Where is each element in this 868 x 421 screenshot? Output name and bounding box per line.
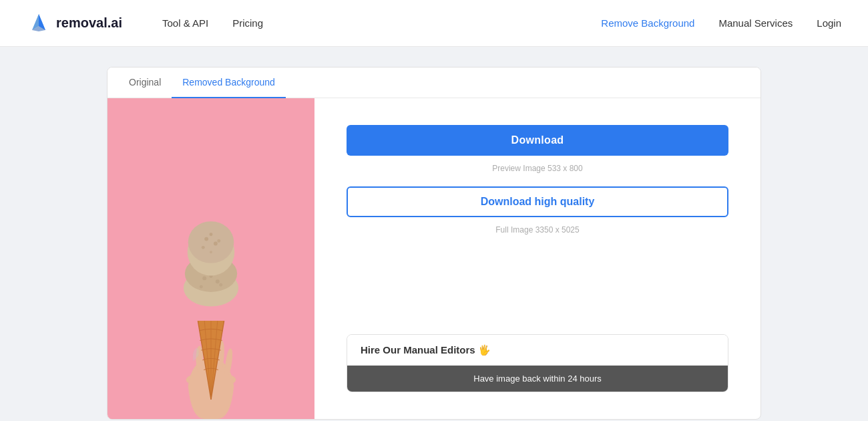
svg-point-12 [216, 279, 220, 283]
nav-pricing[interactable]: Pricing [232, 17, 263, 29]
nav-right: Remove Background Manual Services Login [601, 17, 841, 29]
content-area: Download Preview Image 533 x 800 Downloa… [107, 98, 761, 419]
ice-cream-illustration [107, 98, 314, 419]
logo[interactable]: removal.ai [27, 11, 122, 35]
download-hq-button[interactable]: Download high quality [347, 186, 728, 217]
svg-point-11 [202, 276, 206, 280]
tab-bar: Original Removed Background [107, 67, 761, 98]
nav-remove-background[interactable]: Remove Background [601, 17, 694, 29]
svg-point-22 [217, 239, 220, 243]
svg-point-21 [202, 246, 205, 249]
svg-point-23 [210, 251, 212, 253]
svg-point-20 [210, 233, 213, 236]
full-meta: Full Image 3350 x 5025 [347, 225, 728, 235]
tab-original[interactable]: Original [118, 67, 172, 98]
logo-icon [27, 11, 51, 35]
hire-card-subtitle: Have image back within 24 hours [347, 366, 728, 392]
svg-point-14 [200, 285, 203, 289]
svg-point-15 [219, 283, 222, 287]
main-content: Original Removed Background [0, 47, 868, 421]
download-button[interactable]: Download [347, 125, 728, 156]
header: removal.ai Tool & API Pricing Remove Bac… [0, 0, 868, 47]
hire-card-title-text: Hire Our Manual Editors 🖐 [361, 344, 491, 356]
spacer [347, 243, 728, 321]
svg-point-19 [214, 242, 218, 246]
logo-text: removal.ai [56, 15, 122, 31]
preview-meta: Preview Image 533 x 800 [347, 164, 728, 173]
tab-removed-background[interactable]: Removed Background [172, 67, 286, 98]
image-panel [107, 98, 314, 419]
nav-login[interactable]: Login [817, 17, 841, 29]
svg-point-18 [204, 237, 208, 241]
hire-card-title: Hire Our Manual Editors 🖐 [347, 335, 728, 366]
editor-card: Original Removed Background [107, 67, 761, 420]
hire-editors-card[interactable]: Hire Our Manual Editors 🖐 Have image bac… [347, 334, 728, 392]
nav-manual-services[interactable]: Manual Services [718, 17, 793, 29]
nav-tool-api[interactable]: Tool & API [162, 17, 208, 29]
right-panel: Download Preview Image 533 x 800 Downloa… [314, 98, 761, 419]
svg-point-17 [188, 221, 234, 263]
nav-left: Tool & API Pricing [162, 17, 601, 29]
